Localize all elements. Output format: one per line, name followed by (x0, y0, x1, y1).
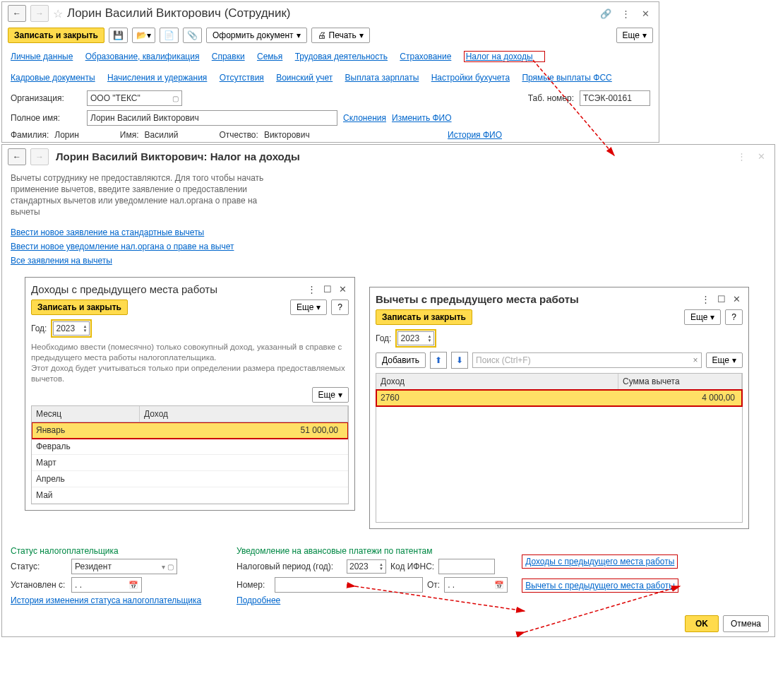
table-row[interactable]: Январь51 000,00 (32, 422, 348, 439)
table-row[interactable]: Февраль (32, 439, 348, 455)
tab-payroll[interactable]: Начисления и удержания (107, 73, 207, 83)
p2-help[interactable]: ? (725, 309, 743, 325)
panel-income-prev: Доходы с предыдущего места работы ⋮ ☐ ✕ … (25, 277, 355, 511)
p2-add[interactable]: Добавить (376, 352, 426, 368)
calendar-icon[interactable]: 📅 (494, 581, 504, 590)
link-income-prev[interactable]: Доходы с предыдущего места работы (525, 557, 674, 566)
tab-military[interactable]: Воинский учет (276, 73, 333, 83)
attach-button[interactable]: 📎 (183, 28, 202, 43)
window-title: Лорин Василий Викторович (Сотрудник) (67, 6, 594, 20)
num-input[interactable] (275, 577, 423, 593)
change-fio-link[interactable]: Изменить ФИО (392, 113, 452, 123)
p2-more[interactable]: Еще ▾ (684, 309, 721, 325)
period-lbl: Налоговый период (год): (237, 562, 342, 571)
tab-hr-docs[interactable]: Кадровые документы (11, 73, 95, 83)
p2-title: Вычеты с предыдущего места работы (376, 293, 699, 305)
fullname-input[interactable]: Лорин Василий Викторович (87, 110, 337, 126)
table-row[interactable]: Май (32, 487, 348, 504)
p2-save-close[interactable]: Записать и закрыть (376, 309, 472, 325)
ust-input[interactable]: . .📅 (71, 577, 142, 593)
ust-lbl: Установлен с: (11, 580, 67, 590)
p1-close-icon[interactable]: ✕ (337, 284, 349, 295)
tab-education[interactable]: Образование, квалификация (85, 52, 200, 61)
save-close-button[interactable]: Записать и закрыть (8, 28, 104, 43)
p1-more-2[interactable]: Еще ▾ (312, 387, 349, 403)
nav-fwd[interactable]: → (30, 5, 49, 22)
close-icon[interactable]: ✕ (638, 6, 653, 21)
link-all-apps[interactable]: Все заявления на вычеты (11, 256, 766, 266)
table-row[interactable]: Апрель (32, 471, 348, 487)
print-button[interactable]: 🖨 Печать ▾ (311, 28, 370, 43)
tab-fss[interactable]: Прямые выплаты ФСС (522, 73, 611, 83)
surname-value: Лорин (54, 130, 79, 140)
link-new-notice[interactable]: Ввести новое уведомление нал.органа о пр… (11, 242, 766, 251)
tab-acc-settings[interactable]: Настройки бухучета (431, 73, 510, 83)
tab-insurance[interactable]: Страхование (400, 52, 451, 61)
p1-max-icon[interactable]: ☐ (321, 284, 334, 295)
p2-col-income: Доход (376, 374, 618, 389)
favorite-icon[interactable]: ☆ (53, 7, 63, 20)
ifns-input[interactable] (438, 559, 495, 574)
tabnum-input[interactable]: ТСЭК-00161 (580, 90, 650, 106)
tab-family[interactable]: Семья (257, 52, 282, 61)
save-button[interactable]: 💾 (109, 28, 128, 43)
close-icon-2[interactable]: ✕ (753, 149, 769, 165)
p2-menu-icon[interactable]: ⋮ (699, 294, 712, 304)
p2-year-input[interactable]: 2023▲▼ (397, 331, 434, 345)
more-link[interactable]: Подробнее (237, 595, 280, 605)
p2-close-icon[interactable]: ✕ (731, 294, 743, 304)
p1-save-close[interactable]: Записать и закрыть (31, 299, 128, 315)
num-lbl: Номер: (237, 580, 270, 590)
link-icon[interactable]: 🔗 (598, 6, 614, 21)
more-button[interactable]: Еще ▾ (616, 28, 653, 43)
org-input[interactable]: ООО "ТЕКС"▢ (87, 90, 182, 106)
picker-icon[interactable]: ▢ (172, 95, 179, 102)
tab-absence[interactable]: Отсутствия (220, 73, 264, 83)
p1-help[interactable]: ? (331, 299, 349, 315)
nav-back[interactable]: ← (8, 5, 26, 22)
tab-work[interactable]: Трудовая деятельность (295, 52, 388, 61)
menu-icon-2[interactable]: ⋮ (734, 149, 749, 165)
p2-more-2[interactable]: Еще ▾ (706, 352, 743, 368)
calendar-icon[interactable]: 📅 (128, 581, 138, 590)
table-row[interactable]: Март (32, 455, 348, 471)
nav-back-2[interactable]: ← (8, 148, 26, 165)
cancel-button[interactable]: Отмена (723, 615, 769, 632)
fio-history-link[interactable]: История ФИО (448, 130, 502, 140)
firstname-value: Василий (145, 130, 179, 140)
p2-table: Доход Сумма вычета 27604 000,00 (376, 373, 743, 523)
make-doc-button[interactable]: Оформить документ ▾ (206, 28, 307, 43)
deduction-note: Вычеты сотруднику не предоставляются. Дл… (2, 168, 273, 222)
status-history-link[interactable]: История изменения статуса налогоплательщ… (11, 595, 201, 605)
nav-fwd-2[interactable]: → (30, 148, 49, 165)
sec1-head: Статус налогоплательщика (11, 546, 222, 556)
tab-refs[interactable]: Справки (212, 52, 245, 61)
patronymic-value: Викторович (264, 130, 310, 140)
ot-input[interactable]: . .📅 (444, 577, 508, 593)
panel-deductions-prev: Вычеты с предыдущего места работы ⋮ ☐ ✕ … (369, 287, 749, 529)
clear-search-icon[interactable]: × (693, 355, 698, 365)
p2-search[interactable]: Поиск (Ctrl+F)× (472, 352, 702, 368)
folder-button[interactable]: 📂▾ (132, 28, 155, 43)
tab-salary-pay[interactable]: Выплата зарплаты (345, 73, 419, 83)
table-row[interactable]: 27604 000,00 (376, 390, 742, 406)
move-up-icon[interactable]: ⬆ (430, 352, 447, 369)
p2-max-icon[interactable]: ☐ (715, 294, 728, 304)
link-deduct-prev[interactable]: Вычеты с предыдущего места работы (525, 581, 675, 591)
menu-icon[interactable]: ⋮ (618, 6, 633, 21)
p1-year-input[interactable]: 2023▲▼ (53, 321, 90, 336)
status-input[interactable]: Резидент▾ ▢ (71, 559, 177, 574)
period-input[interactable]: 2023▲▼ (347, 559, 386, 574)
ot-lbl: От: (427, 580, 440, 590)
ok-button[interactable]: OK (685, 615, 719, 632)
move-down-icon[interactable]: ⬇ (451, 352, 468, 369)
p2-year-lbl: Год: (376, 333, 391, 343)
p1-title: Доходы с предыдущего места работы (31, 283, 305, 295)
p1-menu-icon[interactable]: ⋮ (305, 284, 318, 295)
tab-personal[interactable]: Личные данные (11, 52, 73, 61)
tab-tax[interactable]: Налог на доходы (466, 52, 533, 61)
link-new-std[interactable]: Ввести новое заявление на стандартные вы… (11, 227, 766, 237)
file-button[interactable]: 📄 (160, 28, 179, 43)
p1-more[interactable]: Еще ▾ (290, 299, 327, 315)
declensions-link[interactable]: Склонения (343, 113, 386, 123)
